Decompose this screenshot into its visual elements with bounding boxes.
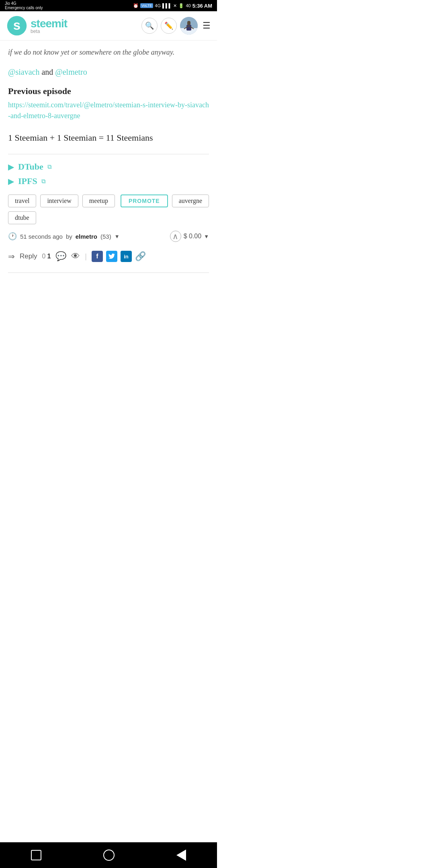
hamburger-menu[interactable]: ☰: [203, 20, 211, 31]
header-icons: 🔍 ✏️ ☰: [141, 17, 211, 35]
tag-dtube[interactable]: dtube: [8, 211, 36, 224]
author-elmetro-link[interactable]: @elmetro: [55, 68, 87, 76]
vote-dropdown-icon[interactable]: ▼: [204, 233, 209, 240]
vote-amount: $ 0.00: [184, 233, 201, 240]
post-meta: 🕐 51 seconds ago by elmetro (53) ▼ ∧ $ 0…: [8, 231, 209, 242]
ipfs-play-icon: ▶: [8, 176, 14, 186]
author-name[interactable]: elmetro: [76, 233, 97, 240]
repost-icon[interactable]: ⇒: [8, 252, 15, 261]
logo-text-area: steemit beta: [31, 17, 67, 34]
copy-link-button[interactable]: 🔗: [135, 251, 146, 262]
carrier-info: Jio 4G Emergency calls only: [5, 1, 43, 10]
action-bar: ⇒ Reply 0 1 💬 👁 | f in 🔗: [8, 247, 209, 266]
x-icon: ✕: [173, 3, 177, 8]
signal-bars-icon: ▌▌▌: [162, 3, 172, 8]
intro-text: if we do not know yet or somewhere on th…: [8, 47, 209, 58]
share-divider: |: [85, 252, 87, 261]
signal-4g-icon: 4G: [155, 3, 161, 8]
upvote-button[interactable]: ∧: [170, 231, 181, 242]
divider-1: [8, 154, 209, 154]
time-icon: 🕐: [8, 232, 17, 241]
author-dropdown-icon[interactable]: ▼: [115, 233, 120, 240]
comment-counts: 0 1: [42, 253, 51, 260]
dtube-external-icon: ⧉: [47, 164, 52, 170]
bottom-divider: [8, 272, 209, 273]
prev-episode-link[interactable]: https://steemit.com/travel/@elmetro/stee…: [8, 100, 209, 121]
search-button[interactable]: 🔍: [141, 18, 158, 34]
comment-icon[interactable]: 💬: [55, 251, 66, 262]
tag-interview[interactable]: interview: [40, 194, 78, 207]
dtube-label: DTube: [18, 162, 43, 172]
avatar[interactable]: [180, 17, 198, 35]
app-header: s steemit beta 🔍 ✏️ ☰: [0, 11, 217, 41]
author-siavach-link[interactable]: @siavach: [8, 68, 39, 76]
svg-text:s: s: [13, 18, 20, 33]
status-time: 5:36 AM: [192, 3, 212, 9]
view-icon[interactable]: 👁: [71, 251, 80, 262]
dtube-link-row[interactable]: ▶ DTube ⧉: [8, 162, 209, 172]
dtube-play-icon: ▶: [8, 162, 14, 172]
author-rep: (53): [100, 233, 111, 240]
time-ago: 51 seconds ago: [20, 233, 63, 240]
status-bar: Jio 4G Emergency calls only ⏰ VoLTE 4G ▌…: [0, 0, 217, 11]
upvote-icon: ∧: [172, 231, 178, 241]
by-text: by: [66, 233, 72, 240]
steemian-equation: 1 Steemian + 1 Steemian = 11 Steemians: [8, 131, 209, 144]
edit-button[interactable]: ✏️: [161, 18, 177, 34]
facebook-share-button[interactable]: f: [92, 251, 103, 262]
media-links: ▶ DTube ⧉ ▶ IPFS ⧉: [8, 162, 209, 186]
tags-area: travel interview meetup PROMOTE auvergne…: [8, 194, 209, 224]
twitter-icon: [108, 254, 115, 259]
social-icons: f in 🔗: [92, 251, 146, 262]
battery-icon: 🔋: [178, 3, 184, 8]
authors-line: @siavach and @elmetro: [8, 66, 209, 78]
ipfs-label: IPFS: [18, 176, 37, 186]
ipfs-link-row[interactable]: ▶ IPFS ⧉: [8, 176, 209, 186]
tag-travel[interactable]: travel: [8, 194, 36, 207]
promote-button[interactable]: PROMOTE: [121, 194, 168, 207]
search-icon: 🔍: [145, 21, 154, 30]
tag-meetup[interactable]: meetup: [82, 194, 115, 207]
ipfs-external-icon: ⧉: [41, 178, 46, 185]
clock-status-icon: ⏰: [133, 3, 139, 8]
linkedin-share-button[interactable]: in: [121, 251, 132, 262]
twitter-share-button[interactable]: [106, 251, 117, 262]
comment-count-1: 1: [47, 253, 51, 260]
carrier-name: Jio 4G: [5, 1, 43, 6]
volte-icon: VoLTE: [140, 3, 153, 8]
comment-count-0: 0: [42, 253, 45, 260]
tag-auvergne[interactable]: auvergne: [172, 194, 209, 207]
emergency-text: Emergency calls only: [5, 6, 43, 10]
logo-beta: beta: [31, 29, 67, 34]
prev-episode-label: Previous episode: [8, 86, 209, 96]
battery-level: 40: [186, 3, 190, 8]
status-icons: ⏰ VoLTE 4G ▌▌▌ ✕ 🔋 40 5:36 AM: [133, 3, 212, 9]
vote-area: ∧ $ 0.00 ▼: [170, 231, 209, 242]
edit-icon: ✏️: [164, 21, 173, 30]
main-content: if we do not know yet or somewhere on th…: [0, 41, 217, 279]
and-text: and: [41, 68, 55, 76]
logo-area: s steemit beta: [6, 15, 137, 36]
avatar-image: [180, 17, 198, 35]
steemit-logo-icon: s: [6, 15, 27, 36]
reply-button[interactable]: Reply: [20, 252, 37, 260]
